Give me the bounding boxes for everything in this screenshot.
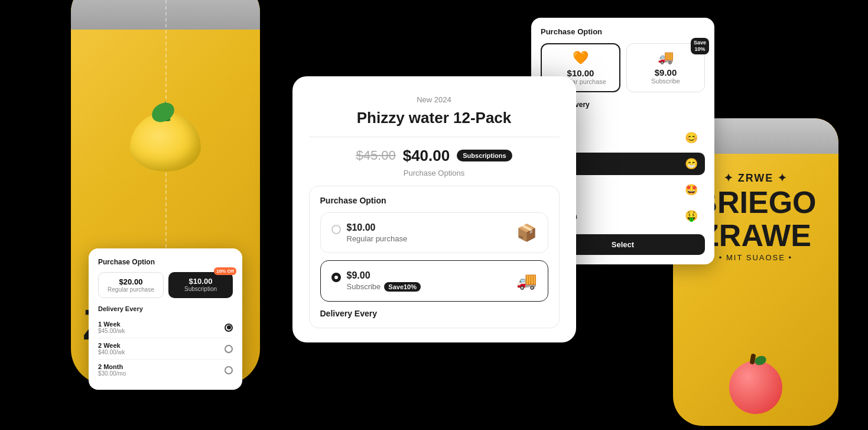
option1-label: Regular purchase: [347, 234, 408, 243]
option2-icon: 🚚: [516, 271, 537, 290]
radio-regular[interactable]: [331, 225, 341, 234]
original-price: $45.00: [356, 148, 395, 163]
delivery-every-label: Delivery Every: [320, 309, 548, 318]
subscribe-option[interactable]: $9.00 Subscribe Save10% 🚚: [320, 260, 548, 302]
left-card-title: Purchase Option: [98, 258, 233, 266]
radio-subscribe[interactable]: [331, 273, 341, 282]
left-delivery-2week[interactable]: 2 Week $40.00/wk: [98, 338, 233, 360]
left-delivery-1week[interactable]: 1 Week $45.00/wk: [98, 317, 233, 338]
option1-price: $10.00: [347, 222, 408, 233]
save-badge: Save10%: [691, 38, 709, 54]
product-subtitle: New 2024: [309, 95, 560, 104]
save-pill: Save10%: [384, 282, 421, 292]
left-regular-option[interactable]: $20.00 Regular purchase: [98, 272, 164, 298]
purchase-options-label: Purchase Options: [309, 169, 560, 177]
radio-2week[interactable]: [225, 345, 233, 353]
option2-price: $9.00: [347, 270, 421, 281]
radio-2month[interactable]: [225, 366, 233, 374]
subscriptions-badge: Subscriptions: [457, 150, 512, 161]
divider: [309, 137, 560, 137]
right-card-title: Purchase Option: [541, 27, 705, 36]
purchase-option-section-label: Purchase Option: [320, 196, 548, 205]
left-delivery-title: Delivery Every: [98, 305, 233, 312]
small-card-left: Purchase Option $20.00 Regular purchase …: [89, 248, 242, 390]
regular-purchase-option[interactable]: $10.00 Regular purchase 📦: [320, 212, 548, 253]
main-product-card: New 2024 Phizzy water 12-Pack $45.00 $40…: [292, 76, 576, 342]
left-delivery-2month[interactable]: 2 Month $30.00/mo: [98, 360, 233, 380]
left-purchase-options: $20.00 Regular purchase 10% Off $10.00 S…: [98, 272, 233, 298]
price-row: $45.00 $40.00 Subscriptions: [309, 147, 560, 165]
option2-label: Subscribe Save10%: [347, 282, 421, 292]
left-subscription-option[interactable]: 10% Off $10.00 Subscription: [168, 272, 233, 298]
option1-icon: 📦: [516, 223, 537, 243]
product-title: Phizzy water 12-Pack: [309, 109, 560, 127]
radio-1week[interactable]: [225, 324, 233, 332]
right-subscribe-option[interactable]: Save10% 🚚 $9.00 Subscribe: [626, 43, 705, 92]
current-price: $40.00: [403, 147, 450, 165]
